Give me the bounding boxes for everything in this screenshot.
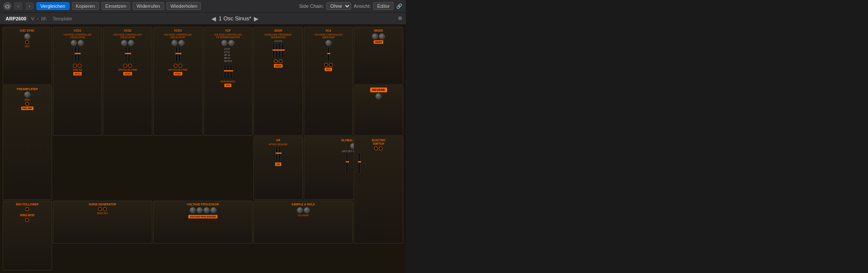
tag-mixer: MIXER [374, 40, 383, 44]
module-env-ring: ENV FOLLOWER RING MOD [3, 201, 52, 270]
tag-vca: VCA [325, 68, 332, 71]
knob-vco3-freq[interactable] [171, 40, 178, 46]
arp-version: V [31, 16, 34, 21]
paste-btn[interactable]: Einsetzen [102, 2, 130, 10]
slider-vco1-pw[interactable] [78, 47, 80, 62]
module-vca: VCA VOLTAGE CONTROLLEDAMPLIFIER VCA [304, 27, 353, 136]
second-bar-left: ARP2600 V • III\ Template ◀ 1 Osc Sinus*… [0, 12, 406, 24]
knob-sh1[interactable] [297, 207, 303, 213]
arp-logo: ARP2600 [3, 15, 29, 22]
sidechain-label: Side Chain: [299, 3, 324, 9]
knob-vp2[interactable] [197, 207, 203, 213]
knob-vco2-freq[interactable] [121, 40, 127, 46]
jack-vco2-out[interactable] [123, 64, 127, 68]
slider-adsr-d[interactable] [276, 43, 278, 58]
slider-vco2-pw[interactable] [128, 47, 130, 62]
jack-out[interactable] [25, 40, 29, 44]
jack-env-out[interactable] [25, 207, 29, 211]
knob-mix1[interactable] [372, 33, 378, 39]
slider-vco2-wave[interactable] [125, 47, 127, 62]
slider-ar-a[interactable] [276, 146, 278, 162]
knob-reverb[interactable] [375, 93, 381, 99]
knob-vca-level[interactable] [326, 40, 332, 46]
module-electro-switch: ELECTROSWITCH [354, 136, 403, 244]
jack-vca-out[interactable] [329, 63, 333, 67]
jack-vco3-out[interactable] [174, 64, 178, 68]
slider-left-out[interactable] [346, 153, 348, 174]
slider-vcf-1[interactable] [224, 64, 226, 79]
slider-vcf-3[interactable] [230, 64, 232, 79]
slider-ar-r[interactable] [279, 146, 281, 162]
redo-btn[interactable]: Wiederholen [167, 2, 201, 10]
jack-noise-w[interactable] [98, 207, 102, 211]
slider-adsr-a[interactable] [273, 43, 275, 58]
jack-ring-out[interactable] [25, 218, 29, 222]
module-reverb: REVERB [354, 85, 403, 136]
jack-vco1-out[interactable] [73, 64, 77, 68]
slider-vca[interactable] [327, 47, 329, 62]
jack-es-1[interactable] [374, 146, 378, 150]
knob-vco3-tune[interactable] [178, 40, 184, 46]
preset-next[interactable]: ▶ [254, 15, 259, 22]
jack-vco2-cv[interactable] [128, 64, 132, 68]
tag-preamp: PRE AMP [21, 107, 34, 110]
knob-vco2-tune[interactable] [128, 40, 134, 46]
knob-mix2[interactable] [379, 33, 385, 39]
module-preamp: PREAMPLIFIER MAX PRE AMP [3, 85, 52, 200]
knob-vp3[interactable] [204, 207, 210, 213]
tag-vco1: VCO1 [73, 72, 82, 75]
tag-reverb: REVERB [370, 88, 387, 92]
module-vco2: VCO2 VOLTAGE CONTROLLEDOSCILLATOR SIN PU… [103, 27, 152, 136]
sidechain-select[interactable]: Ohne [326, 2, 351, 10]
copy-btn[interactable]: Kopieren [72, 2, 99, 10]
template-label: Template [53, 16, 72, 21]
knob-preamp[interactable] [24, 91, 30, 98]
slider-vco1-wave[interactable] [75, 47, 77, 62]
module-voltage-proc: VOLTAGE PROCESSOR VOLTAGE PROCESSORS [153, 201, 253, 244]
module-noise: NOISE GENERATOR MOD IN A [53, 201, 152, 244]
preset-name: 1 Osc Sinus* [219, 15, 251, 22]
ansicht-label: Ansicht: [354, 3, 371, 9]
jack-preamp-out[interactable] [25, 102, 29, 106]
midi-indicator: III\ [41, 16, 46, 21]
slider-adsr-s[interactable] [279, 43, 281, 58]
module-vco3: VCO3 VOLTAGE CONTROLLEDOSCILLATOR SIN PU… [153, 27, 203, 136]
editor-btn[interactable]: Editor [373, 2, 394, 10]
module-osc-sync: OSC SYNC OUT [3, 27, 52, 84]
slider-vco3-pw[interactable] [178, 47, 181, 62]
knob-vco1-tune[interactable] [78, 40, 84, 46]
tag-adsr: ADSR [274, 64, 283, 68]
module-vcf: VCF VOLTAGE CONTROLLEDFILTER/RESONATOR L… [204, 27, 253, 136]
slider-vcf-2[interactable] [227, 64, 229, 79]
nav-forward-left[interactable]: › [25, 2, 34, 10]
jack-vco3-cv[interactable] [178, 64, 182, 68]
preset-prev[interactable]: ◀ [211, 15, 216, 22]
compare-btn[interactable]: Vergleichen [36, 2, 69, 10]
slider-vco3-wave[interactable] [175, 47, 178, 62]
slider-adsr-r[interactable] [282, 43, 284, 58]
knob-osc-sync[interactable] [24, 33, 30, 39]
knob-vco1-freq[interactable] [71, 40, 77, 46]
slider-right-out[interactable] [358, 153, 360, 174]
knob-sh2[interactable] [304, 207, 310, 213]
jack-adsr-gate[interactable] [279, 59, 283, 63]
jack-vco1-cv[interactable] [78, 64, 82, 68]
tag-ar: AR [275, 162, 281, 166]
jack-noise-p[interactable] [103, 207, 107, 211]
jack-vca-in[interactable] [324, 63, 328, 67]
knob-vp1[interactable] [190, 207, 196, 213]
tag-vcf: VCF [224, 84, 231, 87]
undo-btn[interactable]: Widerrufen [133, 2, 164, 10]
top-bar-left: ‹ › Vergleichen Kopieren Einsetzen Wider… [0, 0, 406, 12]
module-vco1: VCO1 VOLTAGE CONTROLLEDOSCILLATOR SAW SQ… [53, 27, 102, 136]
jack-es-2[interactable] [379, 146, 383, 150]
knob-vp4[interactable] [210, 207, 217, 213]
module-sample-hold: SAMPLE & HOLD LVL RATE [253, 201, 353, 244]
knob-vcf-freq[interactable] [221, 40, 227, 46]
module-adsr: ADSR ENVELOPE TRANSIENTGENERATOR A D S R… [253, 27, 303, 136]
nav-back-left[interactable]: ‹ [14, 2, 23, 10]
power-button-left[interactable] [3, 2, 11, 10]
synth-panel: OSC SYNC OUT VCO1 VOLTAGE CONTROLLEDOSCI… [0, 24, 406, 273]
jack-adsr-out[interactable] [274, 59, 278, 63]
knob-vcf-res[interactable] [228, 40, 234, 46]
